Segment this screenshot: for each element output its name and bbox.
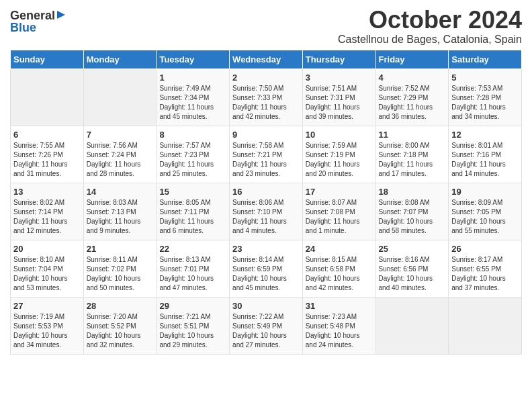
calendar-cell: 29Sunrise: 7:21 AM Sunset: 5:51 PM Dayli… (157, 297, 230, 354)
cell-date-number: 16 (232, 187, 300, 197)
calendar-cell: 11Sunrise: 8:00 AM Sunset: 7:18 PM Dayli… (375, 126, 449, 183)
calendar-table: SundayMondayTuesdayWednesdayThursdayFrid… (10, 50, 522, 355)
cell-sun-info: Sunrise: 7:22 AM Sunset: 5:49 PM Dayligh… (232, 312, 300, 350)
calendar-week-row: 6Sunrise: 7:55 AM Sunset: 7:26 PM Daylig… (11, 126, 522, 183)
cell-sun-info: Sunrise: 8:06 AM Sunset: 7:10 PM Dayligh… (232, 198, 300, 236)
cell-sun-info: Sunrise: 8:09 AM Sunset: 7:05 PM Dayligh… (451, 198, 519, 236)
cell-date-number: 24 (306, 244, 373, 254)
weekday-header-monday: Monday (83, 50, 157, 68)
calendar-cell: 7Sunrise: 7:56 AM Sunset: 7:24 PM Daylig… (83, 126, 157, 183)
calendar-cell: 18Sunrise: 8:08 AM Sunset: 7:07 PM Dayli… (375, 183, 449, 240)
cell-date-number: 27 (13, 301, 81, 311)
cell-sun-info: Sunrise: 7:58 AM Sunset: 7:21 PM Dayligh… (232, 141, 300, 179)
calendar-cell: 26Sunrise: 8:17 AM Sunset: 6:55 PM Dayli… (449, 240, 522, 297)
cell-sun-info: Sunrise: 7:59 AM Sunset: 7:19 PM Dayligh… (306, 141, 373, 179)
logo: General Blue (10, 7, 66, 34)
calendar-cell: 2Sunrise: 7:50 AM Sunset: 7:33 PM Daylig… (230, 68, 303, 126)
cell-date-number: 28 (87, 301, 154, 311)
cell-sun-info: Sunrise: 8:08 AM Sunset: 7:07 PM Dayligh… (379, 198, 446, 236)
cell-date-number: 26 (451, 244, 519, 254)
cell-sun-info: Sunrise: 7:53 AM Sunset: 7:28 PM Dayligh… (451, 84, 519, 122)
cell-date-number: 7 (87, 130, 154, 140)
cell-date-number: 18 (379, 187, 446, 197)
calendar-cell: 31Sunrise: 7:23 AM Sunset: 5:48 PM Dayli… (302, 297, 375, 354)
calendar-cell: 17Sunrise: 8:07 AM Sunset: 7:08 PM Dayli… (302, 183, 375, 240)
cell-date-number: 11 (379, 130, 446, 140)
calendar-cell: 23Sunrise: 8:14 AM Sunset: 6:59 PM Dayli… (230, 240, 303, 297)
calendar-cell: 15Sunrise: 8:05 AM Sunset: 7:11 PM Dayli… (157, 183, 230, 240)
calendar-cell: 19Sunrise: 8:09 AM Sunset: 7:05 PM Dayli… (449, 183, 522, 240)
cell-sun-info: Sunrise: 7:20 AM Sunset: 5:52 PM Dayligh… (87, 312, 154, 350)
cell-sun-info: Sunrise: 8:16 AM Sunset: 6:56 PM Dayligh… (379, 255, 446, 293)
calendar-cell: 14Sunrise: 8:03 AM Sunset: 7:13 PM Dayli… (83, 183, 157, 240)
cell-sun-info: Sunrise: 8:03 AM Sunset: 7:13 PM Dayligh… (87, 198, 154, 236)
calendar-cell: 24Sunrise: 8:15 AM Sunset: 6:58 PM Dayli… (302, 240, 375, 297)
calendar-week-row: 27Sunrise: 7:19 AM Sunset: 5:53 PM Dayli… (11, 297, 522, 354)
weekday-header-wednesday: Wednesday (230, 50, 303, 68)
calendar-week-row: 13Sunrise: 8:02 AM Sunset: 7:14 PM Dayli… (11, 183, 522, 240)
cell-date-number: 19 (451, 187, 519, 197)
calendar-cell: 12Sunrise: 8:01 AM Sunset: 7:16 PM Dayli… (449, 126, 522, 183)
calendar-cell: 25Sunrise: 8:16 AM Sunset: 6:56 PM Dayli… (375, 240, 449, 297)
cell-sun-info: Sunrise: 8:13 AM Sunset: 7:01 PM Dayligh… (159, 255, 226, 293)
calendar-cell: 30Sunrise: 7:22 AM Sunset: 5:49 PM Dayli… (230, 297, 303, 354)
svg-marker-0 (57, 11, 65, 19)
title-block: October 2024 Castellnou de Bages, Catalo… (338, 7, 522, 46)
cell-sun-info: Sunrise: 7:23 AM Sunset: 5:48 PM Dayligh… (306, 312, 373, 350)
cell-date-number: 6 (13, 130, 81, 140)
calendar-cell: 16Sunrise: 8:06 AM Sunset: 7:10 PM Dayli… (230, 183, 303, 240)
page-header: General Blue October 2024 Castellnou de … (10, 7, 522, 46)
calendar-cell (11, 68, 84, 126)
weekday-header-friday: Friday (375, 50, 449, 68)
logo-general-text: General (10, 9, 55, 21)
calendar-cell: 6Sunrise: 7:55 AM Sunset: 7:26 PM Daylig… (11, 126, 84, 183)
weekday-header-thursday: Thursday (302, 50, 375, 68)
cell-sun-info: Sunrise: 7:52 AM Sunset: 7:29 PM Dayligh… (379, 84, 446, 122)
location-subtitle: Castellnou de Bages, Catalonia, Spain (338, 34, 522, 46)
cell-date-number: 5 (451, 73, 519, 83)
cell-sun-info: Sunrise: 8:10 AM Sunset: 7:04 PM Dayligh… (13, 255, 81, 293)
calendar-cell: 21Sunrise: 8:11 AM Sunset: 7:02 PM Dayli… (83, 240, 157, 297)
cell-sun-info: Sunrise: 7:56 AM Sunset: 7:24 PM Dayligh… (87, 141, 154, 179)
calendar-cell: 1Sunrise: 7:49 AM Sunset: 7:34 PM Daylig… (157, 68, 230, 126)
cell-date-number: 23 (232, 244, 300, 254)
cell-sun-info: Sunrise: 7:51 AM Sunset: 7:31 PM Dayligh… (306, 84, 373, 122)
calendar-cell (449, 297, 522, 354)
cell-sun-info: Sunrise: 8:02 AM Sunset: 7:14 PM Dayligh… (13, 198, 81, 236)
cell-date-number: 20 (13, 244, 81, 254)
calendar-cell (83, 68, 157, 126)
cell-sun-info: Sunrise: 8:00 AM Sunset: 7:18 PM Dayligh… (379, 141, 446, 179)
cell-date-number: 13 (13, 187, 81, 197)
cell-date-number: 21 (87, 244, 154, 254)
cell-sun-info: Sunrise: 7:21 AM Sunset: 5:51 PM Dayligh… (159, 312, 226, 350)
calendar-cell: 22Sunrise: 8:13 AM Sunset: 7:01 PM Dayli… (157, 240, 230, 297)
calendar-week-row: 1Sunrise: 7:49 AM Sunset: 7:34 PM Daylig… (11, 68, 522, 126)
cell-date-number: 29 (159, 301, 226, 311)
calendar-cell: 27Sunrise: 7:19 AM Sunset: 5:53 PM Dayli… (11, 297, 84, 354)
cell-sun-info: Sunrise: 7:50 AM Sunset: 7:33 PM Dayligh… (232, 84, 300, 122)
weekday-header-sunday: Sunday (11, 50, 84, 68)
calendar-cell: 20Sunrise: 8:10 AM Sunset: 7:04 PM Dayli… (11, 240, 84, 297)
cell-date-number: 9 (232, 130, 300, 140)
cell-sun-info: Sunrise: 8:11 AM Sunset: 7:02 PM Dayligh… (87, 255, 154, 293)
cell-sun-info: Sunrise: 7:49 AM Sunset: 7:34 PM Dayligh… (159, 84, 226, 122)
cell-date-number: 31 (306, 301, 373, 311)
calendar-cell: 4Sunrise: 7:52 AM Sunset: 7:29 PM Daylig… (375, 68, 449, 126)
cell-date-number: 4 (379, 73, 446, 83)
cell-sun-info: Sunrise: 7:55 AM Sunset: 7:26 PM Dayligh… (13, 141, 81, 179)
cell-sun-info: Sunrise: 8:17 AM Sunset: 6:55 PM Dayligh… (451, 255, 519, 293)
calendar-cell (375, 297, 449, 354)
cell-sun-info: Sunrise: 7:57 AM Sunset: 7:23 PM Dayligh… (159, 141, 226, 179)
calendar-cell: 10Sunrise: 7:59 AM Sunset: 7:19 PM Dayli… (302, 126, 375, 183)
logo-flag-icon (56, 9, 66, 20)
cell-date-number: 15 (159, 187, 226, 197)
calendar-cell: 13Sunrise: 8:02 AM Sunset: 7:14 PM Dayli… (11, 183, 84, 240)
cell-sun-info: Sunrise: 8:07 AM Sunset: 7:08 PM Dayligh… (306, 198, 373, 236)
calendar-cell: 8Sunrise: 7:57 AM Sunset: 7:23 PM Daylig… (157, 126, 230, 183)
weekday-header-saturday: Saturday (449, 50, 522, 68)
cell-sun-info: Sunrise: 8:14 AM Sunset: 6:59 PM Dayligh… (232, 255, 300, 293)
cell-date-number: 8 (159, 130, 226, 140)
cell-date-number: 10 (306, 130, 373, 140)
cell-date-number: 30 (232, 301, 300, 311)
cell-date-number: 1 (159, 73, 226, 83)
